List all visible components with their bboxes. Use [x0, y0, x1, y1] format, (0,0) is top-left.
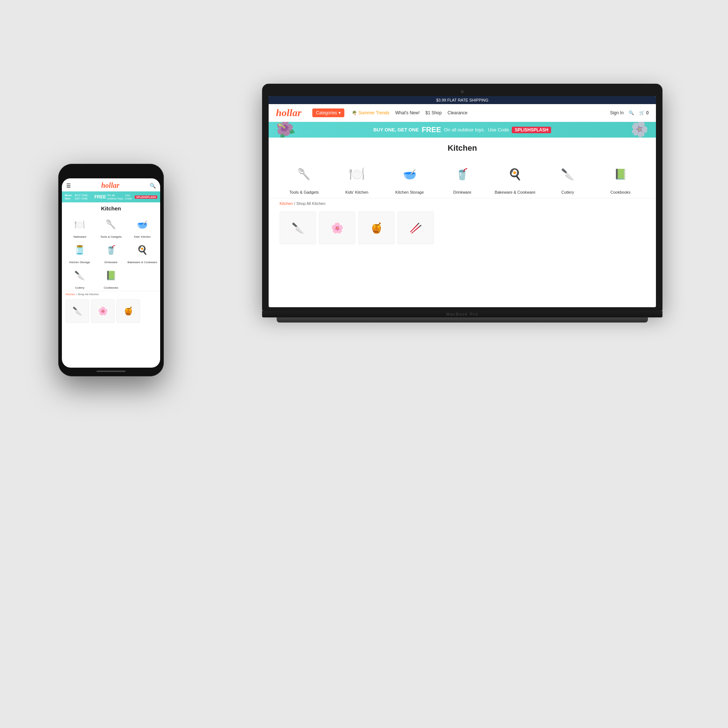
scene: $3.99 FLAT RATE SHIPPING hollar Categori… — [37, 55, 691, 673]
phone-tableware-label: Tableware — [73, 235, 86, 239]
phone-product-card-3[interactable]: 🍯 — [116, 299, 140, 323]
phone-tools-label: Tools & Gadgets — [101, 235, 122, 239]
phone-category-tools[interactable]: 🥄 Tools & Gadgets — [96, 214, 126, 239]
laptop-base: MacBook Pro — [262, 311, 662, 317]
banner-free-text: FREE — [422, 125, 441, 134]
nav-links: 🌴 Summer Trends What's New! $1 Shop Clea… — [352, 110, 603, 115]
page-title: Kitchen — [269, 138, 656, 156]
cart-bag-icon: 🛒 — [639, 110, 645, 115]
product-card-1[interactable]: 🔪 — [280, 211, 316, 244]
bakeware-cookware-icon: 🍳 — [500, 159, 530, 188]
phone-category-tableware[interactable]: 🍽️ Tableware — [65, 214, 95, 239]
phone: ☰ hollar 🔍 More Sun BUY ONE, GET ONE FRE… — [58, 164, 164, 376]
laptop-brand-label: MacBook Pro — [446, 312, 478, 316]
product-card-2[interactable]: 🌸 — [319, 211, 355, 244]
bakeware-cookware-label: Bakeware & Cookware — [495, 190, 535, 194]
phone-top-bar: ☰ hollar 🔍 — [62, 178, 160, 191]
phone-drinkware-icon: 🥤 — [101, 240, 121, 260]
laptop-camera — [461, 90, 464, 93]
phone-tools-icon: 🥄 — [101, 214, 121, 234]
kids-kitchen-label: Kids' Kitchen — [346, 190, 369, 194]
category-kitchen-storage[interactable]: 🥣 Kitchen Storage — [385, 159, 434, 194]
category-kids-kitchen[interactable]: 🍽️ Kids' Kitchen — [332, 159, 381, 194]
top-bar: $3.99 FLAT RATE SHIPPING — [269, 96, 656, 104]
phone-breadcrumb-current: Shop All Kitchen — [78, 293, 99, 296]
sign-in-link[interactable]: Sign In — [610, 110, 624, 115]
product-card-4[interactable]: 🥢 — [398, 211, 434, 244]
breadcrumb: Kitchen / Shop All Kitchen — [269, 198, 656, 209]
cutlery-icon: 🔪 — [553, 159, 583, 188]
laptop-foot — [277, 317, 648, 323]
nav-link-dollar-shop[interactable]: $1 Shop — [425, 110, 442, 115]
banner-deco-right: 🌸 — [628, 122, 651, 138]
phone-search-icon[interactable]: 🔍 — [150, 183, 156, 188]
phone-banner-free: FREE — [94, 194, 106, 199]
phone-product-card-2[interactable]: 🌸 — [91, 299, 115, 323]
kitchen-storage-icon: 🥣 — [395, 159, 424, 188]
search-icon[interactable]: 🔍 — [629, 110, 634, 115]
category-cookbooks[interactable]: 📗 Cookbooks — [596, 159, 645, 194]
laptop: $3.99 FLAT RATE SHIPPING hollar Categori… — [262, 84, 662, 323]
phone-category-storage[interactable]: 🫙 Kitchen Storage — [65, 240, 95, 264]
drinkware-icon: 🥤 — [448, 159, 477, 188]
phone-tableware-icon: 🍽️ — [70, 214, 90, 234]
phone-screen: ☰ hollar 🔍 More Sun BUY ONE, GET ONE FRE… — [62, 178, 160, 368]
phone-logo[interactable]: hollar — [101, 181, 119, 190]
phone-category-kids[interactable]: 🥣 Kids' Kitchen — [127, 214, 157, 239]
phone-drinkware-label: Drinkware — [104, 261, 118, 264]
category-drinkware[interactable]: 🥤 Drinkware — [438, 159, 487, 194]
phone-cookbooks-icon: 📗 — [101, 265, 121, 285]
laptop-screen: $3.99 FLAT RATE SHIPPING hollar Categori… — [269, 96, 656, 307]
tools-gadgets-icon: 🥄 — [289, 159, 318, 188]
phone-body: ☰ hollar 🔍 More Sun BUY ONE, GET ONE FRE… — [58, 164, 164, 376]
phone-cutlery-label: Cutlery — [75, 286, 84, 289]
site-nav: hollar Categories ▾ 🌴 Summer Trends What… — [269, 104, 656, 122]
phone-hamburger-icon[interactable]: ☰ — [66, 183, 71, 188]
banner-promo-code[interactable]: SPLISHSPLASH — [512, 127, 551, 133]
banner-suffix: On all outdoor toys. — [444, 127, 485, 133]
phone-category-cutlery[interactable]: 🔪 Cutlery — [65, 265, 95, 289]
phone-storage-icon: 🫙 — [70, 240, 90, 260]
site-logo[interactable]: hollar — [276, 107, 301, 119]
phone-kids-icon: 🥣 — [133, 214, 153, 234]
nav-link-whats-new[interactable]: What's New! — [395, 110, 420, 115]
phone-category-drinkware[interactable]: 🥤 Drinkware — [96, 240, 126, 264]
cookbooks-icon: 📗 — [606, 159, 635, 188]
category-cutlery[interactable]: 🔪 Cutlery — [543, 159, 592, 194]
phone-product-card-1[interactable]: 🔪 — [66, 299, 89, 323]
nav-link-summer-trends[interactable]: 🌴 Summer Trends — [352, 110, 390, 115]
drinkware-label: Drinkware — [453, 190, 471, 194]
phone-product-row: 🔪 🌸 🍯 — [62, 297, 160, 325]
phone-bakeware-icon: 🍳 — [133, 240, 153, 260]
phone-storage-label: Kitchen Storage — [70, 261, 90, 264]
nav-link-clearance[interactable]: Clearance — [447, 110, 467, 115]
phone-banner-bogo: BUY ONE, GET ONE — [75, 194, 93, 200]
phone-category-cookbooks[interactable]: 📗 Cookbooks — [96, 265, 126, 289]
cart-icon[interactable]: 🛒 0 — [639, 110, 648, 115]
kitchen-storage-label: Kitchen Storage — [395, 190, 424, 194]
categories-button[interactable]: Categories ▾ — [312, 109, 344, 117]
phone-breadcrumb-kitchen-link[interactable]: Kitchen — [66, 293, 75, 296]
phone-bakeware-label: Bakeware & Cookware — [127, 261, 157, 264]
phone-banner-suffix: On all outdoor toys. — [107, 194, 124, 200]
breadcrumb-kitchen-link[interactable]: Kitchen — [280, 201, 293, 206]
nav-right: Sign In 🔍 🛒 0 — [610, 110, 648, 115]
shipping-notice: $3.99 FLAT RATE SHIPPING — [436, 98, 488, 102]
cookbooks-label: Cookbooks — [610, 190, 630, 194]
category-bakeware-cookware[interactable]: 🍳 Bakeware & Cookware — [490, 159, 540, 194]
product-card-3[interactable]: 🍯 — [358, 211, 395, 244]
phone-promo-banner: More Sun BUY ONE, GET ONE FREE On all ou… — [62, 191, 160, 202]
phone-breadcrumb: Kitchen / Shop All Kitchen — [62, 291, 160, 297]
breadcrumb-current: Shop All Kitchen — [296, 201, 326, 206]
cart-count: 0 — [646, 110, 648, 115]
cutlery-label: Cutlery — [561, 190, 574, 194]
phone-banner-code[interactable]: SPLISHSPLASH — [135, 196, 157, 199]
phone-category-bakeware[interactable]: 🍳 Bakeware & Cookware — [127, 240, 157, 264]
phone-cutlery-icon: 🔪 — [70, 265, 90, 285]
kids-kitchen-icon: 🍽️ — [342, 159, 371, 188]
banner-deco-left: 🌺 — [273, 122, 296, 138]
banner-bogo-text: BUY ONE, GET ONE — [373, 127, 419, 133]
phone-notch — [91, 168, 131, 176]
category-tools-gadgets[interactable]: 🥄 Tools & Gadgets — [280, 159, 329, 194]
phone-banner-more-sun: More Sun — [65, 194, 73, 200]
